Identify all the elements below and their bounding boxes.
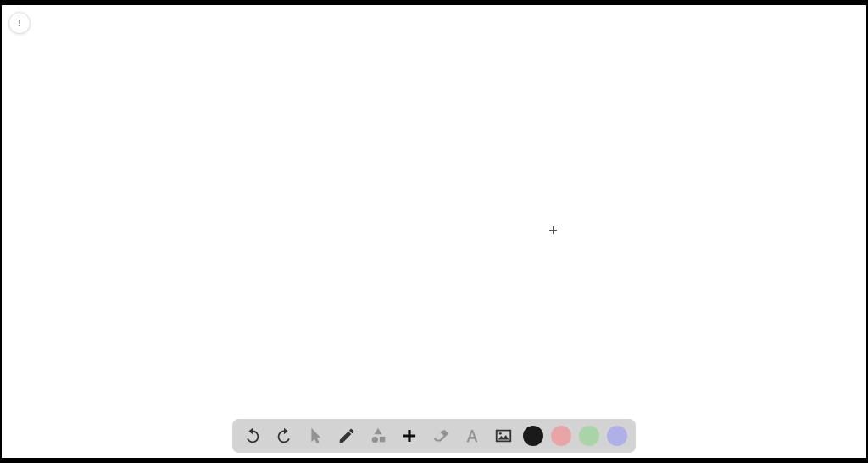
text-button[interactable] [460, 424, 484, 448]
toolbar [232, 419, 636, 453]
add-button[interactable] [398, 424, 421, 448]
pencil-icon [337, 427, 356, 445]
shapes-icon [369, 427, 387, 445]
svg-point-0 [372, 437, 378, 443]
undo-icon [243, 427, 262, 445]
menu-indicator: ! [18, 19, 20, 28]
select-button[interactable] [303, 424, 327, 448]
svg-point-2 [499, 432, 502, 435]
plus-icon [400, 427, 419, 445]
redo-icon [275, 427, 293, 445]
redo-button[interactable] [272, 424, 296, 448]
svg-rect-1 [380, 437, 385, 442]
image-button[interactable] [492, 424, 515, 448]
image-icon [494, 427, 513, 445]
text-icon [463, 427, 481, 445]
color-swatch-black[interactable] [523, 426, 543, 446]
shapes-button[interactable] [366, 424, 390, 448]
pencil-button[interactable] [335, 424, 359, 448]
eraser-button[interactable] [429, 424, 453, 448]
pointer-icon [306, 427, 325, 445]
canvas-area[interactable] [2, 5, 866, 458]
color-swatch-red[interactable] [551, 426, 571, 446]
color-swatch-purple[interactable] [607, 426, 627, 446]
eraser-icon [431, 427, 450, 445]
menu-button[interactable]: ! [8, 12, 31, 34]
color-swatch-green[interactable] [579, 426, 599, 446]
undo-button[interactable] [241, 424, 264, 448]
